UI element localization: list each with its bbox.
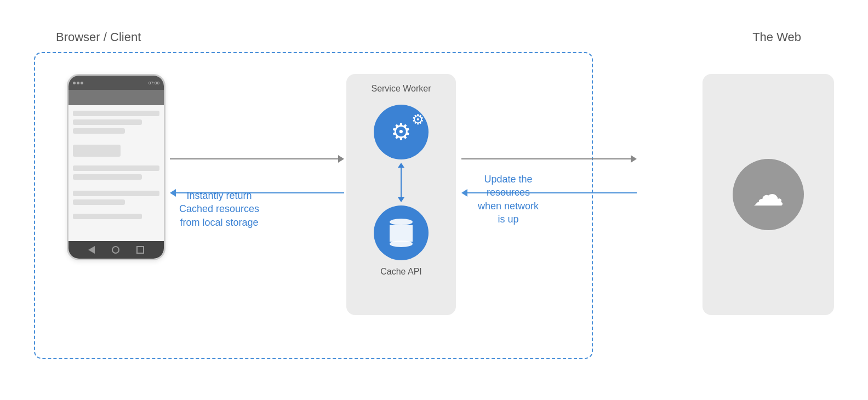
phone-content-line — [73, 111, 159, 116]
gear-main-icon: ⚙ — [391, 121, 412, 144]
arrow-line — [170, 158, 338, 159]
diagram-wrapper: Browser / Client The Web 07:00 — [23, 19, 845, 381]
arrow-sw-to-web — [461, 155, 637, 163]
signal-dots — [73, 82, 83, 84]
phone-mockup: 07:00 — [67, 74, 165, 260]
db-ellipse-bottom — [390, 241, 413, 247]
cloud-circle: ☁ — [733, 159, 804, 230]
browser-client-label: Browser / Client — [56, 30, 141, 44]
the-web-label: The Web — [752, 30, 801, 44]
the-web-box: ☁ — [703, 74, 834, 315]
service-worker-box: Service Worker ⚙ ⚙ Cache API — [346, 74, 456, 315]
arrow-head-left-blue — [461, 189, 467, 197]
phone-content-line — [73, 199, 125, 205]
db-ellipse-top — [390, 219, 413, 225]
signal-dot — [73, 82, 76, 84]
arrow-phone-to-sw — [170, 155, 344, 163]
db-cylinder-body — [390, 225, 413, 242]
instantly-return-text: Instantly return — [179, 189, 259, 202]
recents-nav-icon — [136, 246, 144, 254]
database-circle — [374, 205, 429, 260]
phone-content-line — [73, 128, 125, 134]
phone-content-line — [73, 165, 159, 171]
cloud-icon: ☁ — [752, 176, 784, 213]
sw-double-arrow — [401, 166, 402, 199]
phone-content-line — [73, 191, 159, 196]
service-worker-label: Service Worker — [371, 84, 431, 94]
back-nav-icon — [88, 246, 95, 254]
phone-toolbar — [68, 90, 164, 105]
time-text: 07:00 — [149, 81, 159, 85]
update-the-text: Update the — [478, 173, 539, 186]
arrow-head-left — [170, 189, 176, 197]
instantly-return-label: Instantly return Cached resources from l… — [179, 189, 259, 229]
phone-content-line — [73, 174, 142, 180]
resources-text: resources — [478, 186, 539, 199]
when-network-text: when network — [478, 199, 539, 213]
home-nav-icon — [112, 246, 119, 254]
phone-content-block — [73, 145, 121, 157]
signal-dot — [81, 82, 83, 84]
phone-content — [68, 105, 164, 241]
phone-nav-bar — [68, 241, 164, 259]
from-local-storage-text: from local storage — [179, 216, 259, 229]
phone-content-line — [73, 119, 142, 125]
gear-circle: ⚙ ⚙ — [374, 105, 429, 159]
sw-arrow-line — [401, 166, 402, 199]
phone-status-bar: 07:00 — [68, 76, 164, 90]
phone-content-line — [73, 214, 142, 219]
is-up-text: is up — [478, 213, 539, 226]
cache-api-label: Cache API — [380, 267, 422, 277]
gear-small-icon: ⚙ — [412, 111, 424, 128]
database-icon — [390, 219, 413, 247]
signal-dot — [77, 82, 79, 84]
arrow-head-right — [338, 155, 344, 163]
arrow-head-right-gray — [631, 155, 637, 163]
cached-resources-text: Cached resources — [179, 202, 259, 215]
arrow-line-gray — [461, 158, 631, 159]
update-the-label: Update the resources when network is up — [478, 173, 539, 226]
